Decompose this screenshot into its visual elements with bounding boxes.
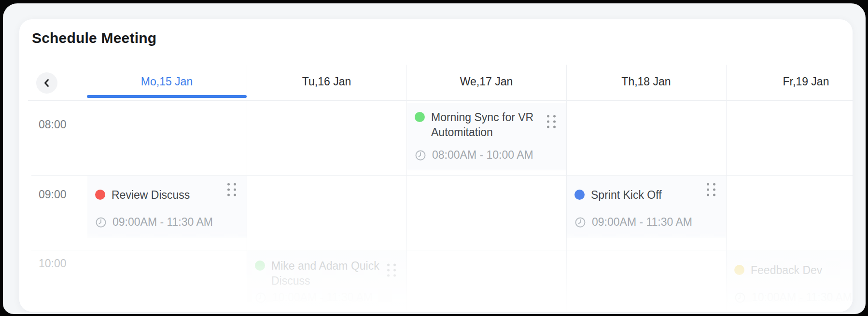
- time-label-0900: 09:00: [39, 188, 67, 201]
- drag-handle-icon[interactable]: [387, 263, 396, 276]
- selected-tab-underline: [87, 95, 247, 98]
- day-label: Fr,19 Jan: [783, 75, 829, 88]
- drag-handle-icon[interactable]: [707, 183, 715, 196]
- tab-day-mo-15-jan[interactable]: Mo,15 Jan: [87, 63, 247, 100]
- clock-icon: [95, 217, 107, 228]
- event-title: Review Discuss: [112, 188, 190, 203]
- drag-handle-icon[interactable]: [547, 115, 556, 128]
- event-card-feedback-dev[interactable]: Feedback Dev 10:00AM - 11:30 AM: [727, 251, 853, 312]
- clock-icon: [255, 292, 266, 303]
- clock-icon: [415, 150, 426, 161]
- event-color-dot: [574, 190, 585, 200]
- screen: Schedule Meeting Mo,15 Jan Tu,16 Jan We,…: [0, 0, 868, 316]
- schedule-meeting-panel: Schedule Meeting Mo,15 Jan Tu,16 Jan We,…: [19, 19, 853, 312]
- page-title: Schedule Meeting: [32, 30, 156, 46]
- event-card-sprint-kick-off[interactable]: Sprint Kick Off 09:00AM - 11:30 AM: [567, 176, 726, 237]
- event-title: Feedback Dev: [751, 263, 822, 278]
- clock-icon: [734, 292, 746, 303]
- event-card-morning-sync[interactable]: Morning Sync for VR Automitation 08:00AM…: [407, 103, 566, 170]
- day-label: Mo,15 Jan: [141, 75, 193, 88]
- drag-handle-icon[interactable]: [227, 183, 236, 196]
- event-card-review-discuss[interactable]: Review Discuss 09:00AM - 11:30 AM: [87, 176, 247, 237]
- event-time: 10:00AM - 11:30 AM: [752, 291, 852, 304]
- event-time: 08:00AM - 10:00 AM: [432, 149, 533, 162]
- event-color-dot: [255, 261, 265, 271]
- event-color-dot: [415, 112, 425, 122]
- event-color-dot: [734, 265, 744, 275]
- tab-day-tu-16-jan[interactable]: Tu,16 Jan: [247, 63, 406, 100]
- event-time: 09:00AM - 11:30 AM: [592, 216, 692, 229]
- event-color-dot: [95, 190, 105, 200]
- day-label: Th,18 Jan: [621, 75, 671, 88]
- grid-row-line: [31, 250, 853, 250]
- clock-icon: [574, 217, 586, 228]
- event-time: 10:00AM - 11:30 AM: [272, 291, 373, 304]
- tab-day-fr-19-jan[interactable]: Fr,19 Jan: [726, 63, 853, 100]
- event-card-mike-adam-discuss[interactable]: Mike and Adam Quick Discuss 10:00AM - 11…: [247, 251, 406, 312]
- grid-column-line: [406, 65, 407, 312]
- time-label-1000: 10:00: [39, 257, 67, 270]
- event-title: Morning Sync for VR Automitation: [431, 110, 541, 140]
- chevron-left-icon: [42, 78, 52, 88]
- time-label-0800: 08:00: [39, 118, 67, 131]
- back-button[interactable]: [36, 72, 57, 94]
- day-label: Tu,16 Jan: [302, 75, 351, 88]
- event-title: Sprint Kick Off: [591, 188, 662, 203]
- tab-day-we-17-jan[interactable]: We,17 Jan: [406, 63, 566, 100]
- header-divider-line: [28, 100, 853, 101]
- tab-day-th-18-jan[interactable]: Th,18 Jan: [566, 63, 726, 100]
- event-time: 09:00AM - 11:30 AM: [112, 216, 213, 229]
- grid-row-line: [31, 175, 853, 176]
- event-title: Mike and Adam Quick Discuss: [271, 259, 381, 289]
- day-label: We,17 Jan: [460, 75, 513, 88]
